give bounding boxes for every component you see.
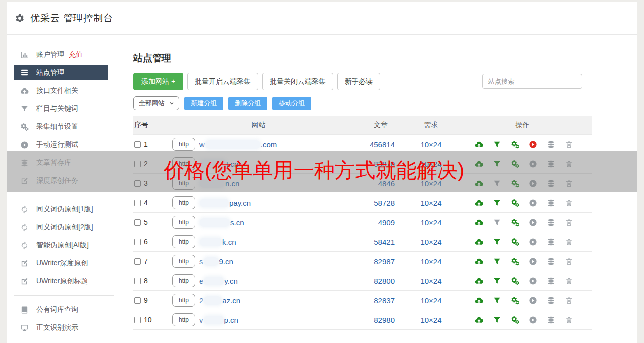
cloud-collect-action[interactable] xyxy=(470,218,488,227)
http-scheme-button[interactable]: http xyxy=(172,196,195,210)
sidebar-item-站点管理[interactable]: 站点管理 xyxy=(14,65,108,80)
new-group-button[interactable]: 新建分组 xyxy=(184,97,223,110)
delete-action[interactable] xyxy=(560,140,578,149)
site-domain-link[interactable]: s 9.cn xyxy=(197,258,345,266)
article-count-link[interactable]: 456814 xyxy=(345,140,395,149)
delete-action[interactable] xyxy=(560,199,578,208)
http-scheme-button[interactable]: http xyxy=(172,255,195,268)
http-scheme-button[interactable]: http xyxy=(172,314,195,326)
run-action[interactable] xyxy=(524,277,542,286)
storage-action[interactable] xyxy=(542,296,560,305)
run-action[interactable] xyxy=(524,140,542,149)
cloud-collect-action[interactable] xyxy=(470,258,488,266)
storage-action[interactable] xyxy=(542,277,560,286)
article-count-link[interactable]: 82980 xyxy=(345,316,395,324)
sidebar-item-接口文件相关[interactable]: 接口文件相关 xyxy=(7,82,126,100)
settings-action[interactable] xyxy=(506,140,524,149)
row-checkbox[interactable] xyxy=(134,239,141,246)
sidebar-item-公有词库查询[interactable]: 公有词库查询 xyxy=(7,301,126,319)
run-action[interactable] xyxy=(524,296,542,305)
demand-value-link[interactable]: 10×24 xyxy=(395,316,467,324)
sidebar-item-栏目与关键词[interactable]: 栏目与关键词 xyxy=(7,100,126,118)
sidebar-item-同义词伪原创[2版][interactable]: 同义词伪原创[2版] xyxy=(7,218,126,236)
run-action[interactable] xyxy=(524,218,542,227)
demand-value-link[interactable]: 10×24 xyxy=(395,218,467,227)
recharge-link[interactable]: 充值 xyxy=(69,50,83,60)
http-scheme-button[interactable]: http xyxy=(172,216,195,229)
site-domain-link[interactable]: s.cn xyxy=(197,218,345,227)
site-domain-link[interactable]: e y.cn xyxy=(197,277,345,286)
settings-action[interactable] xyxy=(506,218,524,227)
delete-group-button[interactable]: 删除分组 xyxy=(228,97,267,110)
storage-action[interactable] xyxy=(542,140,560,149)
demand-value-link[interactable]: 10×24 xyxy=(395,258,467,266)
row-checkbox[interactable] xyxy=(134,298,141,304)
sidebar-item-采集细节设置[interactable]: 采集细节设置 xyxy=(7,118,126,136)
storage-action[interactable] xyxy=(542,238,560,246)
cloud-collect-action[interactable] xyxy=(470,296,488,305)
site-domain-link[interactable]: w .com xyxy=(197,140,345,149)
filter-action[interactable] xyxy=(488,277,506,286)
sidebar-item-智能伪原创[AI版][interactable]: 智能伪原创[AI版] xyxy=(7,236,126,254)
demand-value-link[interactable]: 10×24 xyxy=(395,277,467,286)
cloud-collect-action[interactable] xyxy=(470,199,488,208)
storage-action[interactable] xyxy=(542,316,560,324)
delete-action[interactable] xyxy=(560,316,578,324)
settings-action[interactable] xyxy=(506,258,524,266)
sidebar-item-同义词伪原创[1版][interactable]: 同义词伪原创[1版] xyxy=(7,200,126,218)
row-checkbox[interactable] xyxy=(134,200,141,206)
filter-action[interactable] xyxy=(488,218,506,227)
filter-action[interactable] xyxy=(488,140,506,149)
batch-close-button[interactable]: 批量关闭云端采集 xyxy=(262,73,333,90)
settings-action[interactable] xyxy=(506,199,524,208)
http-scheme-button[interactable]: http xyxy=(172,294,195,307)
article-count-link[interactable]: 4909 xyxy=(345,218,395,227)
filter-action[interactable] xyxy=(488,199,506,208)
row-checkbox[interactable] xyxy=(134,220,141,226)
row-checkbox[interactable] xyxy=(134,278,141,284)
site-domain-link[interactable]: v p.cn xyxy=(197,316,345,324)
delete-action[interactable] xyxy=(560,296,578,305)
batch-open-button[interactable]: 批量开启云端采集 xyxy=(187,73,258,90)
sidebar-item-账户管理[interactable]: 账户管理 充值 xyxy=(7,46,126,64)
row-checkbox[interactable] xyxy=(134,142,141,148)
run-action[interactable] xyxy=(524,238,542,246)
row-checkbox[interactable] xyxy=(134,258,141,265)
delete-action[interactable] xyxy=(560,258,578,266)
storage-action[interactable] xyxy=(542,199,560,208)
article-count-link[interactable]: 82987 xyxy=(345,258,395,266)
filter-action[interactable] xyxy=(488,238,506,246)
http-scheme-button[interactable]: http xyxy=(172,274,195,288)
cloud-collect-action[interactable] xyxy=(470,238,488,246)
add-site-button[interactable]: 添加网站 + xyxy=(133,73,183,90)
http-scheme-button[interactable]: http xyxy=(172,138,195,151)
article-count-link[interactable]: 82837 xyxy=(345,296,395,305)
move-group-button[interactable]: 移动分组 xyxy=(272,97,311,110)
filter-action[interactable] xyxy=(488,296,506,305)
run-action[interactable] xyxy=(524,258,542,266)
row-checkbox[interactable] xyxy=(134,317,141,324)
group-select[interactable]: 全部网站 xyxy=(133,96,179,110)
demand-value-link[interactable]: 10×24 xyxy=(395,238,467,246)
site-search-input[interactable] xyxy=(482,74,582,89)
filter-action[interactable] xyxy=(488,316,506,324)
demand-value-link[interactable]: 10×24 xyxy=(395,296,467,305)
site-domain-link[interactable]: 2 az.cn xyxy=(197,296,345,305)
delete-action[interactable] xyxy=(560,218,578,227)
delete-action[interactable] xyxy=(560,277,578,286)
sidebar-item-正文识别演示[interactable]: 正文识别演示 xyxy=(7,319,126,337)
run-action[interactable] xyxy=(524,316,542,324)
sidebar-item-UWriter原创标题[interactable]: UWriter原创标题 xyxy=(7,272,126,290)
delete-action[interactable] xyxy=(560,238,578,246)
demand-value-link[interactable]: 10×24 xyxy=(395,140,467,149)
settings-action[interactable] xyxy=(506,277,524,286)
sidebar-item-UWriter深度原创[interactable]: UWriter深度原创 xyxy=(7,254,126,272)
newbie-guide-button[interactable]: 新手必读 xyxy=(337,73,380,90)
filter-action[interactable] xyxy=(488,258,506,266)
article-count-link[interactable]: 58421 xyxy=(345,238,395,246)
article-count-link[interactable]: 58728 xyxy=(345,199,395,208)
storage-action[interactable] xyxy=(542,218,560,227)
settings-action[interactable] xyxy=(506,296,524,305)
settings-action[interactable] xyxy=(506,238,524,246)
article-count-link[interactable]: 82800 xyxy=(345,277,395,286)
